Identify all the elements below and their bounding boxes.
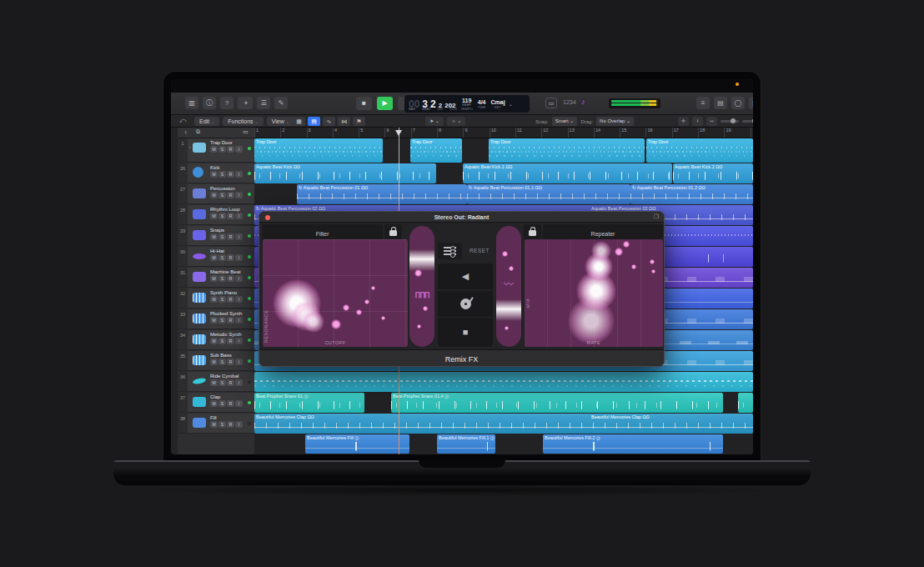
mute-button[interactable]: M (210, 338, 218, 344)
loop-browser-icon[interactable]: ◯ (731, 97, 745, 109)
plugin-title-bar[interactable]: Stereo Out: Radiant ❐ (259, 212, 664, 223)
input-monitor-button[interactable]: I (235, 192, 243, 198)
lcd-time-signature[interactable]: 4/4 TIME (478, 99, 486, 109)
input-monitor-button[interactable]: I (235, 379, 243, 386)
track-clap[interactable]: 37ClapMSRI (178, 393, 254, 413)
solo-button[interactable]: S (218, 379, 226, 386)
text-tool-icon[interactable]: I (692, 117, 703, 126)
track-percussion[interactable]: 27PercussionMSRI (178, 184, 254, 204)
solo-button[interactable]: S (218, 400, 226, 407)
input-monitor-button[interactable]: I (235, 275, 243, 282)
input-monitor-button[interactable]: I (235, 421, 243, 428)
quick-help-icon[interactable]: ? (220, 97, 234, 109)
solo-button[interactable]: S (218, 254, 226, 261)
inspector-icon[interactable]: ⓘ (203, 97, 216, 109)
record-enable-button[interactable]: R (227, 171, 234, 178)
track-trap-door[interactable]: 1›Trap DoorMSRI (178, 138, 254, 163)
solo-button[interactable]: S (218, 317, 226, 324)
lcd-mode-icon[interactable]: ▭ (545, 98, 557, 108)
drag-select[interactable]: No Overlap ⌄ (596, 117, 634, 126)
play-button[interactable]: ▶ (377, 97, 393, 110)
lcd-tempo[interactable]: 119 KEEP TEMPO (461, 98, 473, 111)
region-beautiful-memories-clap[interactable]: Beautiful Memories Clap ΩΩBeautiful Memo… (254, 414, 753, 434)
playhead-handle[interactable] (395, 130, 402, 136)
link-icon[interactable]: ❐ (654, 213, 659, 220)
record-enable-button[interactable]: R (227, 400, 234, 407)
h-zoom-icon[interactable]: ⇿ (706, 117, 717, 126)
mute-button[interactable]: M (210, 171, 218, 178)
input-monitor-button[interactable]: I (235, 146, 243, 153)
scratch-button[interactable] (438, 291, 493, 317)
region-aquatic-beat-kick[interactable]: Aquatic Beat Kick ΩΩ (254, 163, 436, 183)
track-header-options-icon[interactable]: ▭ (243, 128, 249, 135)
record-enable-button[interactable]: R (227, 338, 234, 344)
add-track-icon[interactable]: ＋ (183, 128, 188, 137)
repeater-xy-pad[interactable]: MIX RATE (525, 239, 663, 347)
tracks-view-icon[interactable]: ▦ (293, 117, 305, 126)
remix-fx-window[interactable]: Stereo Out: Radiant ❐ Filter Repeater (259, 211, 665, 367)
region-beautiful-memories-fill-2[interactable]: Beautiful Memories Fill.2 ◷ (543, 434, 723, 454)
metronome-icon[interactable]: ♪ (581, 98, 585, 106)
solo-button[interactable]: S (218, 296, 226, 303)
record-enable-button[interactable]: R (227, 296, 234, 303)
region-aquatic-beat-percussion-01[interactable]: ↻ Aquatic Beat Percussion 01 ΩΩ (297, 184, 467, 204)
mute-button[interactable]: M (210, 275, 218, 282)
mute-button[interactable]: M (210, 359, 218, 365)
solo-button[interactable]: S (218, 275, 226, 282)
region-beautiful-memories-fill[interactable]: Beautiful Memories Fill ◷ (305, 434, 409, 454)
lcd-display[interactable]: 00 3 2 2 202 119 KEEP TEMPO 4/4 TIME (404, 95, 530, 113)
input-monitor-button[interactable]: I (235, 171, 243, 178)
input-monitor-button[interactable]: I (235, 359, 243, 365)
mute-button[interactable]: M (210, 317, 218, 324)
reset-button[interactable]: RESET (465, 243, 495, 259)
back-icon[interactable]: ⤺ (179, 117, 187, 125)
menu-view[interactable]: View ⌄ (267, 117, 294, 126)
marquee-icon[interactable]: ⚑ (353, 117, 365, 126)
list-editors-icon[interactable]: ≡ (696, 97, 710, 109)
input-monitor-button[interactable]: I (235, 233, 243, 240)
input-monitor-button[interactable]: I (235, 254, 243, 261)
repeater-lock-button[interactable] (524, 224, 541, 239)
region-aquatic-beat-percussion-01-2[interactable]: ↻ Aquatic Beat Percussion 01.2 ΩΩ (630, 184, 753, 204)
flex-icon[interactable]: ⋈ (338, 117, 350, 126)
track-melodic-synth[interactable]: 34Melodic SynthMSRI (178, 330, 254, 350)
browsers-icon[interactable]: ◫ (749, 97, 753, 109)
track-plucked-synth[interactable]: 33Plucked SynthMSRI (178, 309, 254, 329)
record-enable-button[interactable]: R (227, 421, 234, 428)
region-beat-prophet-snare-01[interactable]: Beat Prophet Snare 01 ◷ (254, 393, 364, 413)
input-monitor-button[interactable]: I (235, 400, 243, 407)
solo-button[interactable]: S (218, 192, 226, 198)
command-tool-picker[interactable]: ＋ ⌄ (447, 117, 465, 126)
region-beat-prophet-snare-01-4[interactable]: Beat Prophet Snare 01.4 ◷ (391, 393, 723, 413)
gater-slider[interactable]: ∏∏∏ (409, 226, 434, 347)
region-aquatic-beat-kick-1[interactable]: Aquatic Beat Kick.1 ΩΩ (463, 163, 672, 183)
region-trap-door[interactable]: Trap Door (410, 138, 462, 163)
track-sub-bass[interactable]: 35Sub BassMSRI (178, 351, 254, 371)
track-fill[interactable]: 38FillMSRI (178, 414, 254, 434)
snap-select[interactable]: Smart ⌄ (552, 117, 578, 126)
region[interactable] (254, 372, 753, 392)
solo-button[interactable]: S (218, 213, 226, 219)
region-trap-door[interactable]: Trap Door (254, 138, 383, 163)
region[interactable] (738, 393, 753, 413)
region-trap-door[interactable]: Trap Door (646, 138, 753, 163)
mute-button[interactable]: M (210, 254, 218, 261)
input-monitor-button[interactable]: I (235, 317, 243, 324)
track-synth-piano[interactable]: 32Synth PianoMSRI (178, 289, 254, 309)
record-enable-button[interactable]: R (227, 192, 234, 198)
catch-playhead-icon[interactable]: ✛ (678, 117, 689, 126)
filter-xy-pad[interactable]: RESONANCE CUTOFF (263, 239, 408, 347)
track-machine-beat[interactable]: 31Machine BeatMSRI (178, 268, 254, 288)
mixer-icon[interactable]: ☰ (257, 97, 270, 109)
note-pads-icon[interactable]: ▤ (714, 97, 727, 109)
downsampler-slider[interactable]: ⌵⌵ (496, 226, 521, 347)
reverse-button[interactable]: ◀ (438, 263, 493, 289)
track-snaps[interactable]: 29SnapsMSRI (178, 226, 254, 246)
solo-button[interactable]: S (218, 171, 226, 178)
mute-button[interactable]: M (210, 296, 218, 303)
smart-controls-icon[interactable]: ⌖ (239, 97, 253, 109)
solo-button[interactable]: S (218, 338, 226, 344)
record-enable-button[interactable]: R (227, 317, 234, 324)
record-enable-button[interactable]: R (227, 254, 234, 261)
library-icon[interactable]: ▥ (185, 97, 198, 109)
